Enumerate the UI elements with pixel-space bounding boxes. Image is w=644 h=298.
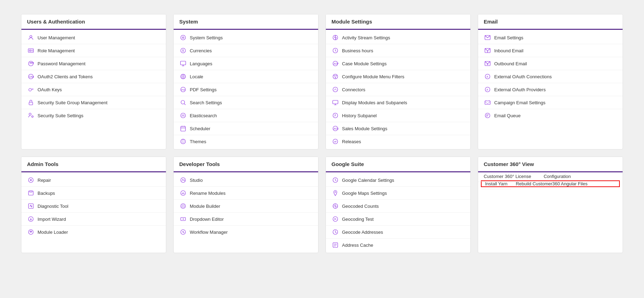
item-role-management[interactable]: Role Management: [21, 44, 166, 57]
svg-text:AOP: AOP: [334, 62, 338, 65]
settings-circle-icon: [179, 34, 187, 41]
item-label: Geocoded Counts: [342, 204, 379, 209]
item-inbound-email[interactable]: Inbound Email: [478, 44, 623, 57]
item-label: Module Builder: [190, 204, 220, 209]
svg-rect-68: [182, 205, 184, 207]
svg-rect-19: [181, 61, 186, 65]
item-label: Address Cache: [342, 243, 373, 248]
outbound-icon: [484, 60, 491, 67]
item-currencies[interactable]: $ Currencies: [174, 44, 318, 57]
svg-point-14: [32, 116, 33, 118]
item-scheduler[interactable]: Scheduler: [174, 122, 318, 135]
card-admin-tools: Admin Tools Repair Backups Diagnostic To…: [21, 157, 166, 253]
item-label: Elasticsearch: [190, 113, 217, 118]
item-module-loader[interactable]: Module Loader: [21, 226, 166, 238]
svg-point-62: [28, 230, 33, 234]
card-header-system: System: [174, 14, 318, 30]
item-workflow-manager[interactable]: Workflow Manager: [174, 226, 318, 238]
item-label: OAuth2 Clients and Tokens: [38, 74, 93, 79]
card-body-customer360: Customer 360° License Configuration Inst…: [478, 172, 623, 190]
item-label: Geocoding Test: [342, 217, 374, 222]
card-system: System System Settings $ Currencies Lang…: [173, 14, 318, 150]
item-label: Search Settings: [190, 100, 222, 105]
item-search-settings[interactable]: Search Settings: [174, 96, 318, 109]
item-outbound-email[interactable]: Outbound Email: [478, 57, 623, 70]
item-history-subpanel[interactable]: History Subpanel: [326, 109, 470, 122]
svg-text:ab: ab: [182, 192, 185, 194]
item-sales-module-settings[interactable]: AOS Sales Module Settings: [326, 122, 470, 135]
svg-point-32: [181, 139, 186, 144]
item-case-module-settings[interactable]: AOP Case Module Settings: [326, 57, 470, 70]
item-studio[interactable]: Studio: [174, 174, 318, 187]
item-diagnostic-tool[interactable]: Diagnostic Tool: [21, 200, 166, 213]
item-address-cache[interactable]: Address Cache: [326, 239, 470, 251]
svg-text:OAuth: OAuth: [29, 75, 34, 78]
elastic-icon: [179, 112, 187, 119]
item-password-management[interactable]: *** Password Management: [21, 57, 166, 70]
item-display-modules[interactable]: Display Modules and Subpanels: [326, 96, 470, 109]
item-import-wizard[interactable]: Import Wizard: [21, 213, 166, 226]
card-header-module-settings: Module Settings: [326, 14, 470, 30]
item-label: Diagnostic Tool: [38, 204, 68, 209]
item-geocoding-test[interactable]: Geocoding Test: [326, 213, 470, 226]
svg-text:A: A: [487, 75, 488, 78]
item-oauth2-clients[interactable]: OAuth OAuth2 Clients and Tokens: [21, 70, 166, 83]
item-locale[interactable]: Locale: [174, 70, 318, 83]
item-business-hours[interactable]: Business hours: [326, 44, 470, 57]
item-label: Dropdown Editor: [190, 217, 224, 222]
item-pdf-settings[interactable]: PDF PDF Settings: [174, 83, 318, 96]
item-campaign-email-settings[interactable]: Campaign Email Settings: [478, 96, 623, 109]
aos2-icon: AOS: [331, 125, 339, 132]
item-connectors[interactable]: Connectors: [326, 83, 470, 96]
svg-rect-60: [28, 204, 33, 208]
item-label: Inbound Email: [494, 48, 523, 53]
item-languages[interactable]: Languages: [174, 57, 318, 70]
item-google-maps-settings[interactable]: Google Maps Settings: [326, 187, 470, 200]
rename-icon: ab: [179, 189, 187, 197]
item-label: Backups: [38, 191, 55, 196]
item-configure-module-menu[interactable]: Configure Module Menu Filters: [326, 70, 470, 83]
card-developer-tools: Developer Tools Studio ab Rename Modules…: [173, 157, 318, 253]
item-user-management[interactable]: User Management: [21, 31, 166, 44]
item-email-settings[interactable]: Email Settings: [478, 31, 623, 44]
item-system-settings[interactable]: System Settings: [174, 31, 318, 44]
item-elasticsearch[interactable]: Elasticsearch: [174, 109, 318, 122]
item-security-suite-settings[interactable]: Security Suite Settings: [21, 109, 166, 122]
item-dropdown-editor[interactable]: Dropdown Editor: [174, 213, 318, 226]
item-label: Activity Stream Settings: [342, 35, 390, 40]
item-label: Currencies: [190, 48, 212, 53]
item-external-oauth-connections[interactable]: A External OAuth Connections: [478, 70, 623, 83]
item-geocode-addresses[interactable]: Geocode Addresses: [326, 226, 470, 239]
item-geocoded-counts[interactable]: Geocoded Counts: [326, 200, 470, 213]
svg-point-67: [181, 204, 186, 208]
item-label: Campaign Email Settings: [494, 100, 545, 105]
svg-point-27: [181, 113, 186, 118]
addrcache-icon: [331, 241, 339, 249]
svg-line-26: [184, 104, 185, 105]
item-oauth-keys[interactable]: OAuth Keys: [21, 83, 166, 96]
svg-point-70: [181, 230, 186, 234]
item-label: Connectors: [342, 87, 365, 92]
item-label: Geocode Addresses: [342, 230, 383, 235]
item-rebuild-customer360[interactable]: Rebuild Customer360 Angular Files: [512, 179, 591, 189]
item-releases[interactable]: Releases: [326, 135, 470, 148]
item-install-yarn[interactable]: Install Yarn: [482, 179, 511, 189]
import-icon: [27, 215, 35, 223]
item-module-builder[interactable]: Module Builder: [174, 200, 318, 213]
item-security-suite-group[interactable]: Security Suite Group Management: [21, 96, 166, 109]
svg-rect-39: [333, 100, 338, 104]
item-themes[interactable]: Themes: [174, 135, 318, 148]
svg-rect-53: [485, 101, 490, 105]
item-email-queue[interactable]: Email Queue: [478, 109, 623, 122]
item-backups[interactable]: Backups: [21, 187, 166, 200]
releases-icon: [331, 138, 339, 145]
item-google-calendar-settings[interactable]: Google Calendar Settings: [326, 174, 470, 187]
studio-icon: [179, 176, 187, 184]
item-external-oauth-providers[interactable]: A External OAuth Providers: [478, 83, 623, 96]
highlight-box: Install Yarn Rebuild Customer360 Angular…: [481, 180, 620, 187]
item-activity-stream[interactable]: Activity Stream Settings: [326, 31, 470, 44]
item-repair[interactable]: Repair: [21, 174, 166, 187]
item-label: Google Calendar Settings: [342, 178, 394, 183]
item-rename-modules[interactable]: ab Rename Modules: [174, 187, 318, 200]
email-icon: [484, 34, 491, 41]
